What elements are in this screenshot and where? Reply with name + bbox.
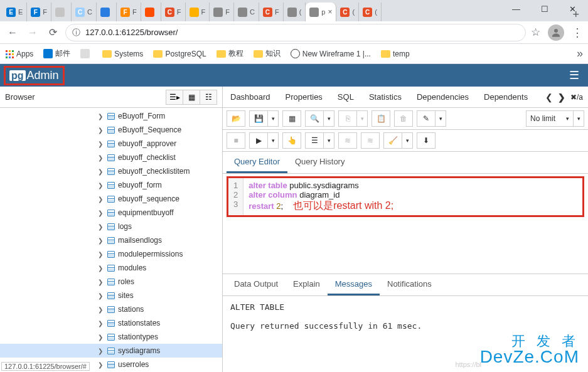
browser-tab[interactable]	[97, 3, 117, 21]
browser-tab[interactable]: EE	[3, 3, 27, 21]
detail-tab[interactable]: Dependencies	[409, 87, 476, 107]
tree-caret-icon[interactable]: ❯	[98, 334, 104, 341]
browser-tab[interactable]: CF	[259, 3, 284, 21]
tree-item[interactable]: ❯logs	[0, 220, 222, 233]
browser-tab[interactable]: C(	[336, 3, 359, 21]
tree-item[interactable]: ❯eBuyoff_Sequence	[0, 123, 222, 137]
bookmark-item[interactable]: 邮件	[43, 48, 70, 59]
browser-tab[interactable]: p×	[306, 3, 336, 21]
site-info-icon[interactable]: ⓘ	[72, 27, 80, 38]
result-subtab[interactable]: Messages	[328, 274, 380, 295]
browser-tab[interactable]: CF	[161, 3, 186, 21]
paste-button[interactable]: 📋	[372, 110, 390, 127]
browser-tab[interactable]: F	[210, 3, 234, 21]
bookmark-item[interactable]: PostgreSQL	[153, 48, 206, 59]
bookmark-item[interactable]: New Wireframe 1 |...	[291, 48, 371, 59]
detail-tab[interactable]: Statistics	[361, 87, 409, 107]
find-dropdown[interactable]: ▾	[323, 110, 334, 127]
bookmark-star-icon[interactable]: ☆	[531, 26, 540, 39]
tree-caret-icon[interactable]: ❯	[98, 251, 104, 258]
browser-tab[interactable]: C	[234, 3, 259, 21]
explain-button[interactable]: 👆	[282, 132, 301, 149]
bookmark-item[interactable]: Systems	[102, 48, 143, 59]
sql-editor[interactable]: alter table public.sysdiagrams alter col…	[243, 178, 582, 215]
detail-tab[interactable]: Properties	[278, 87, 330, 107]
nav-reload-button[interactable]: ⟳	[45, 25, 60, 40]
rollback-button[interactable]: ≋	[361, 132, 380, 149]
tree-item[interactable]: ❯modules	[0, 261, 222, 275]
result-subtab[interactable]: Data Output	[227, 274, 286, 295]
tree-caret-icon[interactable]: ❯	[98, 154, 104, 161]
result-subtab[interactable]: Notifications	[380, 274, 439, 295]
browser-tab[interactable]: FF	[117, 3, 141, 21]
editor-subtab[interactable]: Query History	[287, 152, 352, 173]
tree-caret-icon[interactable]: ❯	[98, 237, 104, 244]
bookmark-item[interactable]: 教程	[216, 48, 243, 59]
tree-item[interactable]: ❯sites	[0, 289, 222, 302]
editor-subtab[interactable]: Query Editor	[227, 152, 287, 173]
bookmarks-overflow-button[interactable]: »	[577, 47, 583, 60]
tree-caret-icon[interactable]: ❯	[98, 168, 104, 175]
clear-dropdown[interactable]: ▾	[402, 132, 413, 149]
tree-item[interactable]: ❯stationtypes	[0, 330, 222, 344]
browser-menu-button[interactable]: ⋮	[572, 26, 583, 40]
sidebar-tool-1[interactable]: ☰▸	[166, 90, 183, 105]
window-minimize-button[interactable]: —	[502, 0, 530, 18]
row-limit-extra[interactable]: ▾	[573, 110, 584, 127]
tree-caret-icon[interactable]: ❯	[98, 279, 104, 285]
tab-extra-label[interactable]: ✖/a	[568, 93, 585, 102]
tree-caret-icon[interactable]: ❯	[98, 127, 104, 134]
tree-caret-icon[interactable]: ❯	[98, 182, 104, 189]
execute-button[interactable]: ▶	[249, 132, 268, 149]
tree-caret-icon[interactable]: ❯	[98, 141, 104, 147]
apps-shortcut[interactable]: Apps	[5, 50, 33, 58]
object-tree[interactable]: ❯eBuyoff_Form❯eBuyoff_Sequence❯ebuyoff_a…	[0, 108, 222, 372]
download-button[interactable]: ⬇	[417, 132, 436, 149]
stop-button[interactable]: ■	[227, 132, 245, 149]
tree-caret-icon[interactable]: ❯	[98, 265, 104, 272]
tree-item[interactable]: ❯eBuyoff_Form	[0, 109, 222, 123]
commit-button[interactable]: ≋	[338, 132, 357, 149]
row-limit-select[interactable]: No limit▾	[526, 110, 574, 127]
explain-analyze-button[interactable]: ☰	[305, 132, 324, 149]
editor-blank-area[interactable]	[223, 217, 588, 274]
find-button[interactable]: 🔍	[305, 110, 324, 127]
tree-item[interactable]: ❯ebuyoff_checklist	[0, 151, 222, 164]
tree-item[interactable]: ❯ebuyoff_sequence	[0, 192, 222, 206]
tree-caret-icon[interactable]: ❯	[98, 361, 104, 368]
hamburger-menu-button[interactable]: ☰	[564, 68, 584, 82]
profile-avatar[interactable]	[548, 24, 564, 41]
tab-close-icon[interactable]: ×	[328, 8, 332, 16]
copy-rows-dropdown[interactable]: ▾	[356, 110, 368, 127]
bookmark-item[interactable]	[80, 48, 92, 59]
copy-button[interactable]: ▦	[282, 110, 301, 127]
copy-rows-button[interactable]: ⎘	[338, 110, 357, 127]
browser-tab[interactable]: CC	[72, 3, 97, 21]
browser-tab[interactable]	[51, 3, 72, 21]
detail-tab[interactable]: Dashboard	[223, 87, 278, 107]
tree-item[interactable]: ❯equipmentbuyoff	[0, 206, 222, 220]
clear-button[interactable]: 🧹	[383, 132, 402, 149]
tree-caret-icon[interactable]: ❯	[98, 113, 104, 120]
tab-scroll-left[interactable]: ❮	[543, 92, 555, 102]
tree-caret-icon[interactable]: ❯	[98, 320, 104, 327]
edit-dropdown[interactable]: ▾	[435, 110, 446, 127]
detail-tab[interactable]: SQL	[330, 87, 361, 107]
tree-item[interactable]: ❯mailsendlogs	[0, 233, 222, 247]
execute-dropdown[interactable]: ▾	[267, 132, 279, 149]
tree-item[interactable]: ❯ebuyoff_form	[0, 178, 222, 192]
tree-caret-icon[interactable]: ❯	[98, 196, 104, 203]
open-file-button[interactable]: 📂	[227, 110, 245, 127]
save-button[interactable]: 💾	[249, 110, 268, 127]
explain-analyze-dropdown[interactable]: ▾	[323, 132, 334, 149]
edit-button[interactable]: ✎	[417, 110, 436, 127]
browser-tab[interactable]: FF	[27, 3, 51, 21]
browser-tab[interactable]: F	[186, 3, 210, 21]
tree-item[interactable]: ❯stationstates	[0, 316, 222, 330]
browser-tab[interactable]: (	[284, 3, 306, 21]
sidebar-tool-db[interactable]: ☷	[200, 90, 217, 105]
tree-caret-icon[interactable]: ❯	[98, 210, 104, 216]
delete-button[interactable]: 🗑	[394, 110, 413, 127]
bookmark-item[interactable]: 知识	[254, 48, 281, 59]
tree-caret-icon[interactable]: ❯	[98, 348, 104, 354]
